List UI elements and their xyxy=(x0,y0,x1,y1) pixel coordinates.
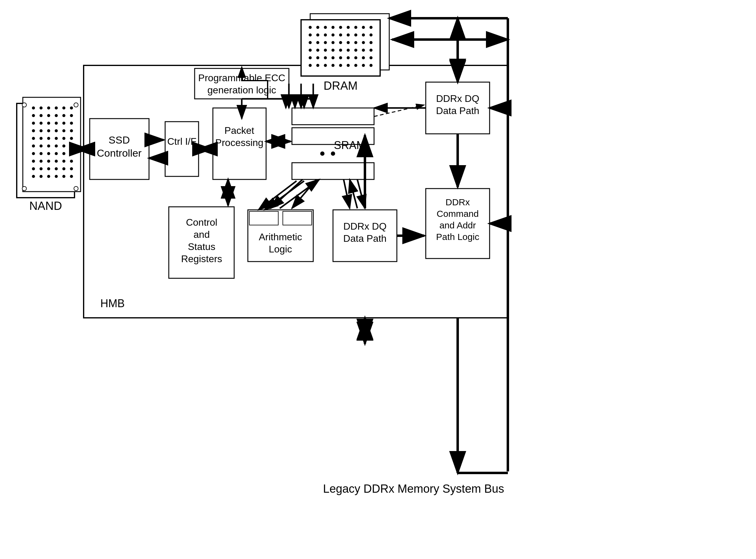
svg-point-84 xyxy=(324,33,327,37)
svg-point-15 xyxy=(47,114,50,117)
svg-point-124 xyxy=(354,64,357,67)
svg-point-47 xyxy=(62,152,65,155)
svg-point-27 xyxy=(47,129,50,132)
ctrl-if-label1: Ctrl I/F xyxy=(167,136,197,147)
svg-point-35 xyxy=(62,137,65,140)
svg-point-37 xyxy=(32,144,35,148)
svg-point-17 xyxy=(62,114,65,117)
dram-chip xyxy=(301,14,389,76)
svg-point-113 xyxy=(339,56,342,59)
sram-label: SRAM xyxy=(334,139,366,152)
svg-point-65 xyxy=(62,175,65,178)
svg-point-32 xyxy=(40,137,43,140)
svg-point-81 xyxy=(369,26,372,29)
svg-point-94 xyxy=(331,41,335,44)
svg-point-109 xyxy=(309,56,312,59)
hmb-label: HMB xyxy=(100,297,125,310)
svg-point-75 xyxy=(324,26,327,29)
svg-point-118 xyxy=(309,64,312,67)
svg-point-51 xyxy=(47,160,50,163)
svg-point-23 xyxy=(62,122,65,125)
svg-point-25 xyxy=(32,129,35,132)
dram-label: DRAM xyxy=(324,80,358,92)
svg-point-90 xyxy=(369,33,372,37)
pp-label2: Processing xyxy=(215,137,264,148)
svg-point-76 xyxy=(331,26,335,29)
svg-point-28 xyxy=(55,129,58,132)
svg-point-53 xyxy=(62,160,65,163)
svg-point-99 xyxy=(369,41,372,44)
ssd-controller-label2: Controller xyxy=(97,147,141,159)
svg-point-60 xyxy=(70,167,73,170)
svg-point-24 xyxy=(70,122,73,125)
svg-point-86 xyxy=(339,33,342,37)
sram-block-1 xyxy=(292,108,374,125)
ddrx-dq-top-label2: Data Path xyxy=(436,105,479,116)
al-sub2 xyxy=(283,211,312,225)
svg-point-52 xyxy=(55,160,58,163)
svg-point-21 xyxy=(47,122,50,125)
svg-point-38 xyxy=(40,144,43,148)
csr-label2: and xyxy=(193,229,209,240)
svg-point-89 xyxy=(362,33,365,37)
svg-point-57 xyxy=(47,167,50,170)
svg-point-100 xyxy=(309,49,312,52)
svg-point-67 xyxy=(22,103,26,107)
svg-point-12 xyxy=(70,107,73,110)
ssd-controller-label1: SSD xyxy=(109,134,130,146)
svg-point-105 xyxy=(347,49,350,52)
ddrx-cmd-label2: Command xyxy=(437,209,479,219)
svg-point-14 xyxy=(40,114,43,117)
svg-point-110 xyxy=(316,56,319,59)
svg-point-16 xyxy=(55,114,58,117)
svg-point-30 xyxy=(70,129,73,132)
csr-label4: Registers xyxy=(181,253,222,264)
svg-point-112 xyxy=(331,56,335,59)
svg-point-42 xyxy=(70,144,73,148)
svg-point-56 xyxy=(40,167,43,170)
svg-point-116 xyxy=(362,56,365,59)
svg-point-66 xyxy=(70,175,73,178)
sram-dot2 xyxy=(331,152,335,156)
svg-point-63 xyxy=(47,175,50,178)
svg-point-59 xyxy=(62,167,65,170)
svg-point-98 xyxy=(362,41,365,44)
svg-point-10 xyxy=(55,107,58,110)
ddrx-dq-bot-label2: Data Path xyxy=(343,233,387,244)
svg-point-83 xyxy=(316,33,319,37)
svg-point-19 xyxy=(32,122,35,125)
ddrx-dq-bot-label1: DDRx DQ xyxy=(343,221,387,232)
svg-point-121 xyxy=(331,64,335,67)
ddrx-cmd-label1: DDRx xyxy=(445,197,470,207)
svg-point-62 xyxy=(40,175,43,178)
svg-point-122 xyxy=(339,64,342,67)
svg-point-29 xyxy=(62,129,65,132)
svg-point-107 xyxy=(362,49,365,52)
ddrx-dq-top-label1: DDRx DQ xyxy=(436,93,479,104)
svg-point-68 xyxy=(22,186,26,191)
svg-point-13 xyxy=(32,114,35,117)
svg-point-7 xyxy=(32,107,35,110)
svg-point-49 xyxy=(32,160,35,163)
ddrx-cmd-label4: Path Logic xyxy=(436,232,479,242)
svg-point-111 xyxy=(324,56,327,59)
al-label1: Arithmetic xyxy=(259,231,302,242)
svg-point-55 xyxy=(32,167,35,170)
sram-dot1 xyxy=(320,152,324,156)
svg-point-36 xyxy=(70,137,73,140)
svg-point-39 xyxy=(47,144,50,148)
svg-point-61 xyxy=(32,175,35,178)
svg-point-44 xyxy=(40,152,43,155)
csr-label3: Status xyxy=(188,241,215,252)
al-label2: Logic xyxy=(269,244,292,254)
svg-point-79 xyxy=(354,26,357,29)
svg-point-8 xyxy=(40,107,43,110)
nand-chip xyxy=(17,97,81,198)
svg-point-31 xyxy=(32,137,35,140)
svg-point-45 xyxy=(47,152,50,155)
svg-point-126 xyxy=(369,64,372,67)
svg-point-20 xyxy=(40,122,43,125)
svg-point-125 xyxy=(362,64,365,67)
svg-point-106 xyxy=(354,49,357,52)
legacy-bus-label: Legacy DDRx Memory System Bus xyxy=(323,483,504,495)
